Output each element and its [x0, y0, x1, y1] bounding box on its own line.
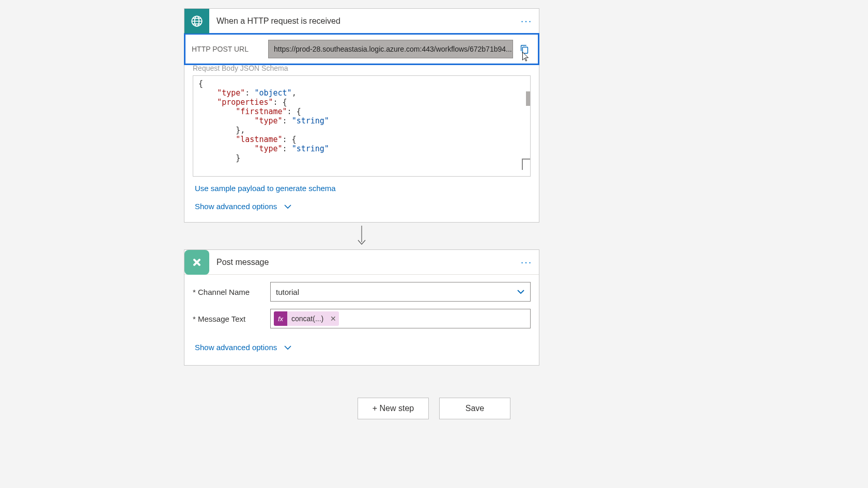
- action-menu-button[interactable]: ···: [514, 256, 539, 268]
- chevron-down-icon: [284, 343, 291, 352]
- save-button[interactable]: Save: [439, 398, 510, 419]
- trigger-card: When a HTTP request is received ··· HTTP…: [184, 8, 539, 223]
- trigger-header[interactable]: When a HTTP request is received ···: [184, 9, 539, 34]
- trigger-menu-button[interactable]: ···: [514, 15, 539, 27]
- action-card: Post message ··· Channel Name tutorial M…: [184, 249, 539, 366]
- sample-payload-link[interactable]: Use sample payload to generate schema: [184, 182, 346, 195]
- schema-textarea[interactable]: { "type": "object", "properties": { "fir…: [193, 75, 531, 177]
- message-text-label: Message Text: [193, 314, 270, 323]
- slack-icon: [184, 250, 209, 275]
- http-request-icon: [184, 9, 209, 34]
- chevron-down-icon: [284, 202, 291, 211]
- new-step-button[interactable]: + New step: [358, 398, 429, 419]
- action-advanced-toggle[interactable]: Show advanced options: [195, 341, 302, 354]
- trigger-advanced-label: Show advanced options: [195, 202, 277, 211]
- action-title: Post message: [209, 258, 514, 267]
- action-advanced-label: Show advanced options: [195, 343, 277, 352]
- schema-resize-handle[interactable]: [522, 159, 530, 170]
- chevron-down-icon: [517, 288, 525, 296]
- trigger-advanced-toggle[interactable]: Show advanced options: [195, 200, 302, 213]
- expression-chip[interactable]: fx concat(...) ✕: [274, 311, 339, 326]
- connector-arrow: [184, 223, 539, 249]
- remove-expression-button[interactable]: ✕: [328, 311, 339, 326]
- trigger-title: When a HTTP request is received: [209, 17, 514, 26]
- action-header[interactable]: Post message ···: [184, 250, 539, 275]
- channel-name-select[interactable]: tutorial: [270, 282, 531, 302]
- http-post-url-row: HTTP POST URL https://prod-28.southeasta…: [184, 33, 539, 65]
- http-post-url-label: HTTP POST URL: [192, 45, 264, 53]
- schema-scrollbar[interactable]: [526, 91, 530, 106]
- svg-rect-2: [522, 47, 528, 53]
- channel-name-value: tutorial: [276, 288, 299, 296]
- schema-label: Request Body JSON Schema: [184, 64, 539, 72]
- message-text-input[interactable]: fx concat(...) ✕: [270, 309, 531, 328]
- http-post-url-field[interactable]: https://prod-28.southeastasia.logic.azur…: [268, 40, 513, 58]
- copy-url-button[interactable]: [517, 42, 532, 56]
- footer-actions: + New step Save: [0, 398, 868, 419]
- fx-icon: fx: [274, 311, 287, 326]
- schema-content: { "type": "object", "properties": { "fir…: [198, 79, 329, 163]
- expression-text: concat(...): [287, 311, 328, 326]
- channel-name-label: Channel Name: [193, 288, 270, 296]
